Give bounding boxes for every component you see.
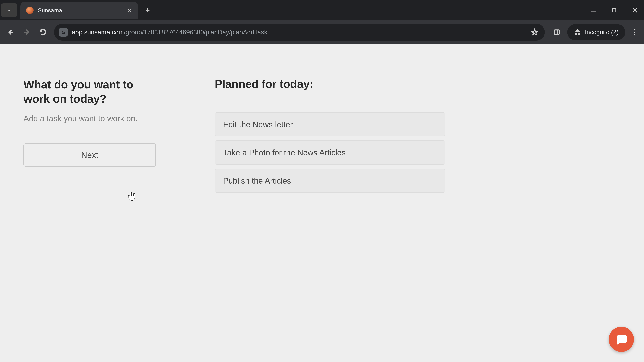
site-info-button[interactable] [59,28,68,36]
chat-icon [615,333,628,346]
url-text: app.sunsama.com/group/17031827644696380/… [72,29,526,36]
close-icon [127,8,132,13]
address-bar[interactable]: app.sunsama.com/group/17031827644696380/… [54,24,545,40]
url-path: /group/17031827644696380/planDay/planAdd… [124,29,268,36]
next-button-label: Next [81,150,98,160]
arrow-right-icon [23,28,31,36]
svg-point-3 [62,33,64,34]
maximize-icon [611,7,617,13]
svg-point-2 [64,32,65,32]
tab-search-dropdown[interactable] [1,3,18,17]
tab-title: Sunsama [38,7,126,13]
toolbar-right: Incognito (2) [550,24,641,40]
svg-rect-0 [612,8,616,12]
star-icon [531,28,538,36]
tune-icon [61,29,66,35]
nav-back-button[interactable] [3,25,18,39]
close-icon [632,7,638,13]
side-panel-button[interactable] [550,25,564,39]
task-card[interactable]: Publish the Articles [215,169,445,193]
browser-tab-active[interactable]: Sunsama [20,1,138,19]
sunsama-favicon [26,6,34,14]
prompt-title: What do you want to work on today? [24,77,157,106]
arrow-left-icon [7,28,14,36]
new-tab-button[interactable] [142,5,152,15]
plus-icon [145,7,150,13]
right-pane: Planned for today: Edit the News letter … [181,44,644,362]
window-controls [588,0,640,20]
svg-point-1 [62,31,63,31]
task-card-label: Publish the Articles [223,176,291,185]
minimize-icon [590,7,597,13]
tab-close-button[interactable] [126,6,133,14]
next-button[interactable]: Next [24,143,156,167]
incognito-indicator[interactable]: Incognito (2) [567,24,625,40]
prompt-subtitle: Add a task you want to work on. [24,114,157,123]
app-content: What do you want to work on today? Add a… [0,44,644,362]
url-domain: app.sunsama.com [72,29,124,36]
bookmark-button[interactable] [530,27,540,37]
chevron-down-icon [6,7,12,14]
svg-point-5 [634,29,636,30]
browser-chrome: Sunsama [0,0,644,44]
task-card-label: Take a Photo for the News Articles [223,148,346,157]
left-pane: What do you want to work on today? Add a… [0,44,181,362]
browser-toolbar: app.sunsama.com/group/17031827644696380/… [0,20,644,44]
svg-point-7 [634,34,636,35]
reload-icon [39,28,47,36]
task-card[interactable]: Edit the News letter [215,112,445,136]
nav-reload-button[interactable] [36,25,50,39]
panel-icon [554,29,560,35]
nav-forward-button[interactable] [20,25,34,39]
tab-strip: Sunsama [0,0,644,20]
browser-menu-button[interactable] [629,26,641,38]
kebab-icon [634,28,636,36]
task-card[interactable]: Take a Photo for the News Articles [215,140,445,165]
window-close-button[interactable] [630,5,640,15]
planned-title: Planned for today: [215,77,644,90]
incognito-label: Incognito (2) [585,29,618,36]
window-maximize-button[interactable] [609,5,619,15]
window-minimize-button[interactable] [588,5,598,15]
task-card-label: Edit the News letter [223,120,293,129]
svg-rect-4 [554,30,559,34]
incognito-icon [574,28,581,36]
help-chat-button[interactable] [609,327,634,352]
svg-point-6 [634,31,636,33]
